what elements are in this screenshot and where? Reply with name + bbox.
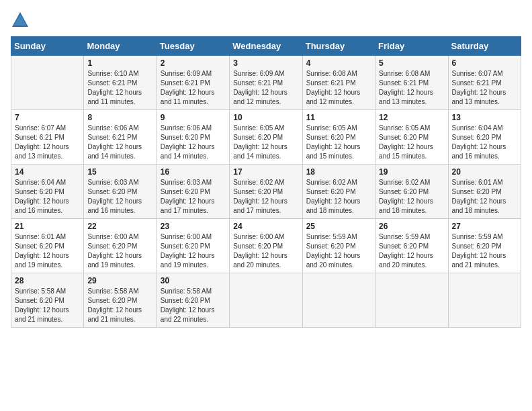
day-info: Sunrise: 6:04 AMSunset: 6:20 PMDaylight:… xyxy=(15,178,80,216)
day-cell: 1Sunrise: 6:10 AMSunset: 6:21 PMDaylight… xyxy=(84,56,157,110)
day-number: 1 xyxy=(87,58,152,68)
day-cell: 7Sunrise: 6:07 AMSunset: 6:21 PMDaylight… xyxy=(11,110,84,165)
day-cell: 21Sunrise: 6:01 AMSunset: 6:20 PMDayligh… xyxy=(11,219,84,273)
column-header-monday: Monday xyxy=(84,37,157,56)
column-header-wednesday: Wednesday xyxy=(230,37,302,56)
logo-icon xyxy=(11,11,30,30)
day-info: Sunrise: 6:06 AMSunset: 6:21 PMDaylight:… xyxy=(87,124,152,161)
day-number: 2 xyxy=(161,58,226,68)
day-cell: 8Sunrise: 6:06 AMSunset: 6:21 PMDaylight… xyxy=(84,110,157,165)
calendar-table: SundayMondayTuesdayWednesdayThursdayFrid… xyxy=(11,36,521,328)
day-info: Sunrise: 6:01 AMSunset: 6:20 PMDaylight:… xyxy=(452,178,517,216)
day-number: 15 xyxy=(87,167,152,177)
day-number: 10 xyxy=(233,113,298,122)
day-cell xyxy=(230,273,302,328)
day-cell: 4Sunrise: 6:08 AMSunset: 6:21 PMDaylight… xyxy=(302,56,375,110)
day-info: Sunrise: 6:05 AMSunset: 6:20 PMDaylight:… xyxy=(233,124,298,161)
day-cell: 23Sunrise: 6:00 AMSunset: 6:20 PMDayligh… xyxy=(157,219,229,273)
day-info: Sunrise: 6:03 AMSunset: 6:20 PMDaylight:… xyxy=(87,178,152,216)
day-number: 9 xyxy=(161,113,226,122)
day-info: Sunrise: 6:00 AMSunset: 6:20 PMDaylight:… xyxy=(87,232,152,270)
day-info: Sunrise: 6:08 AMSunset: 6:21 PMDaylight:… xyxy=(306,69,371,107)
day-number: 17 xyxy=(233,167,298,177)
day-number: 23 xyxy=(161,222,226,231)
day-number: 12 xyxy=(379,113,444,122)
day-number: 11 xyxy=(306,113,371,122)
day-cell xyxy=(11,56,84,110)
day-number: 21 xyxy=(15,222,80,231)
week-row-5: 28Sunrise: 5:58 AMSunset: 6:20 PMDayligh… xyxy=(11,273,521,328)
day-number: 6 xyxy=(452,58,517,68)
day-cell: 3Sunrise: 6:09 AMSunset: 6:21 PMDaylight… xyxy=(230,56,302,110)
day-cell: 11Sunrise: 6:05 AMSunset: 6:20 PMDayligh… xyxy=(302,110,375,165)
day-info: Sunrise: 6:08 AMSunset: 6:21 PMDaylight:… xyxy=(379,69,444,107)
column-header-saturday: Saturday xyxy=(448,37,521,56)
day-info: Sunrise: 5:59 AMSunset: 6:20 PMDaylight:… xyxy=(379,232,444,270)
week-row-3: 14Sunrise: 6:04 AMSunset: 6:20 PMDayligh… xyxy=(11,165,521,219)
day-info: Sunrise: 6:09 AMSunset: 6:21 PMDaylight:… xyxy=(233,69,298,107)
column-header-tuesday: Tuesday xyxy=(157,37,229,56)
day-number: 13 xyxy=(452,113,517,122)
day-info: Sunrise: 6:02 AMSunset: 6:20 PMDaylight:… xyxy=(306,178,371,216)
day-info: Sunrise: 6:01 AMSunset: 6:20 PMDaylight:… xyxy=(15,232,80,270)
day-info: Sunrise: 5:59 AMSunset: 6:20 PMDaylight:… xyxy=(452,232,517,270)
day-number: 29 xyxy=(87,276,152,285)
day-number: 18 xyxy=(306,167,371,177)
day-cell: 22Sunrise: 6:00 AMSunset: 6:20 PMDayligh… xyxy=(84,219,157,273)
day-cell: 30Sunrise: 5:58 AMSunset: 6:20 PMDayligh… xyxy=(157,273,229,328)
day-number: 4 xyxy=(306,58,371,68)
day-info: Sunrise: 6:00 AMSunset: 6:20 PMDaylight:… xyxy=(233,232,298,270)
logo xyxy=(11,11,32,30)
day-number: 16 xyxy=(161,167,226,177)
day-info: Sunrise: 6:05 AMSunset: 6:20 PMDaylight:… xyxy=(306,124,371,161)
day-cell xyxy=(375,273,448,328)
day-number: 27 xyxy=(452,222,517,231)
column-header-thursday: Thursday xyxy=(302,37,375,56)
day-info: Sunrise: 5:58 AMSunset: 6:20 PMDaylight:… xyxy=(15,287,80,324)
day-cell: 13Sunrise: 6:04 AMSunset: 6:20 PMDayligh… xyxy=(448,110,521,165)
day-info: Sunrise: 6:00 AMSunset: 6:20 PMDaylight:… xyxy=(161,232,226,270)
day-cell: 5Sunrise: 6:08 AMSunset: 6:21 PMDaylight… xyxy=(375,56,448,110)
day-cell: 29Sunrise: 5:58 AMSunset: 6:20 PMDayligh… xyxy=(84,273,157,328)
day-info: Sunrise: 5:58 AMSunset: 6:20 PMDaylight:… xyxy=(161,287,226,324)
day-cell: 27Sunrise: 5:59 AMSunset: 6:20 PMDayligh… xyxy=(448,219,521,273)
day-cell: 2Sunrise: 6:09 AMSunset: 6:21 PMDaylight… xyxy=(157,56,229,110)
day-cell: 24Sunrise: 6:00 AMSunset: 6:20 PMDayligh… xyxy=(230,219,302,273)
day-info: Sunrise: 6:02 AMSunset: 6:20 PMDaylight:… xyxy=(233,178,298,216)
column-header-sunday: Sunday xyxy=(11,37,84,56)
day-number: 26 xyxy=(379,222,444,231)
day-cell: 25Sunrise: 5:59 AMSunset: 6:20 PMDayligh… xyxy=(302,219,375,273)
week-row-1: 1Sunrise: 6:10 AMSunset: 6:21 PMDaylight… xyxy=(11,56,521,110)
day-number: 20 xyxy=(452,167,517,177)
day-info: Sunrise: 6:07 AMSunset: 6:21 PMDaylight:… xyxy=(452,69,517,107)
day-cell: 17Sunrise: 6:02 AMSunset: 6:20 PMDayligh… xyxy=(230,165,302,219)
day-cell xyxy=(448,273,521,328)
day-cell: 28Sunrise: 5:58 AMSunset: 6:20 PMDayligh… xyxy=(11,273,84,328)
day-cell: 18Sunrise: 6:02 AMSunset: 6:20 PMDayligh… xyxy=(302,165,375,219)
day-number: 19 xyxy=(379,167,444,177)
day-number: 22 xyxy=(87,222,152,231)
column-header-friday: Friday xyxy=(375,37,448,56)
day-number: 30 xyxy=(161,276,226,285)
day-info: Sunrise: 6:05 AMSunset: 6:20 PMDaylight:… xyxy=(379,124,444,161)
day-cell: 9Sunrise: 6:06 AMSunset: 6:20 PMDaylight… xyxy=(157,110,229,165)
day-number: 25 xyxy=(306,222,371,231)
day-info: Sunrise: 5:59 AMSunset: 6:20 PMDaylight:… xyxy=(306,232,371,270)
day-cell: 20Sunrise: 6:01 AMSunset: 6:20 PMDayligh… xyxy=(448,165,521,219)
day-number: 14 xyxy=(15,167,80,177)
day-cell: 15Sunrise: 6:03 AMSunset: 6:20 PMDayligh… xyxy=(84,165,157,219)
day-cell: 10Sunrise: 6:05 AMSunset: 6:20 PMDayligh… xyxy=(230,110,302,165)
day-info: Sunrise: 6:09 AMSunset: 6:21 PMDaylight:… xyxy=(161,69,226,107)
day-number: 7 xyxy=(15,113,80,122)
day-cell: 19Sunrise: 6:02 AMSunset: 6:20 PMDayligh… xyxy=(375,165,448,219)
day-cell: 12Sunrise: 6:05 AMSunset: 6:20 PMDayligh… xyxy=(375,110,448,165)
header-row: SundayMondayTuesdayWednesdayThursdayFrid… xyxy=(11,37,521,56)
day-number: 5 xyxy=(379,58,444,68)
day-info: Sunrise: 6:06 AMSunset: 6:20 PMDaylight:… xyxy=(161,124,226,161)
day-info: Sunrise: 5:58 AMSunset: 6:20 PMDaylight:… xyxy=(87,287,152,324)
day-cell xyxy=(302,273,375,328)
day-number: 8 xyxy=(87,113,152,122)
day-cell: 6Sunrise: 6:07 AMSunset: 6:21 PMDaylight… xyxy=(448,56,521,110)
day-cell: 26Sunrise: 5:59 AMSunset: 6:20 PMDayligh… xyxy=(375,219,448,273)
svg-marker-1 xyxy=(13,15,27,26)
